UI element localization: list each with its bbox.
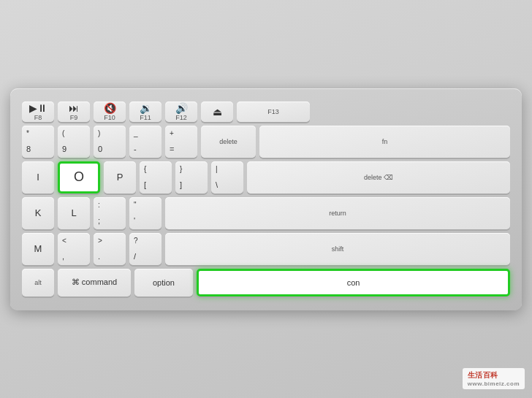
- key-bracket-close[interactable]: } ]: [175, 161, 208, 194]
- key-o[interactable]: O: [58, 161, 100, 194]
- key-period[interactable]: > .: [94, 233, 126, 265]
- key-f8[interactable]: ▶⏸ F8: [22, 102, 54, 122]
- key-f10[interactable]: 🔇 F10: [94, 102, 126, 122]
- key-f9[interactable]: ⏭ F9: [58, 102, 90, 122]
- key-equals[interactable]: + =: [165, 126, 197, 158]
- shift-key-row: M < , > . ? / shift: [22, 233, 510, 265]
- key-f12[interactable]: 🔊 F12: [165, 102, 197, 122]
- key-f11[interactable]: 🔉 F11: [129, 102, 162, 122]
- key-f13[interactable]: F13: [237, 102, 310, 122]
- key-9[interactable]: ( 9: [58, 126, 90, 158]
- watermark-line1: 生活百科: [468, 370, 520, 380]
- watermark: 生活百科 www.bimeiz.com: [463, 368, 525, 389]
- key-semicolon[interactable]: : ;: [94, 197, 126, 229]
- key-l[interactable]: L: [58, 197, 90, 229]
- keyboard: ▶⏸ F8 ⏭ F9 🔇 F10 🔉 F11 🔊 F12 ⏏: [10, 88, 522, 310]
- key-slash[interactable]: ? /: [129, 233, 162, 265]
- key-shift-right[interactable]: shift: [165, 233, 510, 265]
- key-comma[interactable]: < ,: [58, 233, 90, 265]
- fn-key-row: ▶⏸ F8 ⏭ F9 🔇 F10 🔉 F11 🔊 F12 ⏏: [22, 102, 510, 122]
- key-return[interactable]: return: [165, 197, 510, 229]
- qwerty-key-row: I O P { [ } ] | \ delete ⌫: [22, 161, 510, 194]
- key-control[interactable]: con: [197, 269, 510, 296]
- key-command[interactable]: ⌘ command: [58, 269, 131, 296]
- key-alt-label[interactable]: alt: [22, 269, 54, 296]
- home-key-row: K L : ; " ' return: [22, 197, 510, 229]
- key-option[interactable]: option: [134, 269, 193, 296]
- key-k[interactable]: K: [22, 197, 54, 229]
- key-bracket-open[interactable]: { [: [140, 161, 172, 194]
- number-key-row: * 8 ( 9 ) 0 _ - + = delete f: [22, 126, 510, 158]
- key-p[interactable]: P: [104, 161, 136, 194]
- key-8[interactable]: * 8: [22, 126, 54, 158]
- key-0[interactable]: ) 0: [94, 126, 126, 158]
- key-quote[interactable]: " ': [129, 197, 162, 229]
- key-backslash[interactable]: | \: [211, 161, 243, 194]
- key-fn[interactable]: fn: [259, 126, 510, 158]
- key-f13-eject[interactable]: ⏏: [201, 102, 233, 122]
- key-delete-forward[interactable]: delete ⌫: [247, 161, 510, 194]
- watermark-line2: www.bimeiz.com: [468, 380, 520, 387]
- keyboard-container: ▶⏸ F8 ⏭ F9 🔇 F10 🔉 F11 🔊 F12 ⏏: [0, 0, 532, 398]
- bottom-key-row: alt ⌘ command option con: [22, 269, 510, 296]
- key-m[interactable]: M: [22, 233, 54, 265]
- key-i[interactable]: I: [22, 161, 54, 194]
- key-minus[interactable]: _ -: [129, 126, 162, 158]
- key-delete[interactable]: delete: [201, 126, 256, 158]
